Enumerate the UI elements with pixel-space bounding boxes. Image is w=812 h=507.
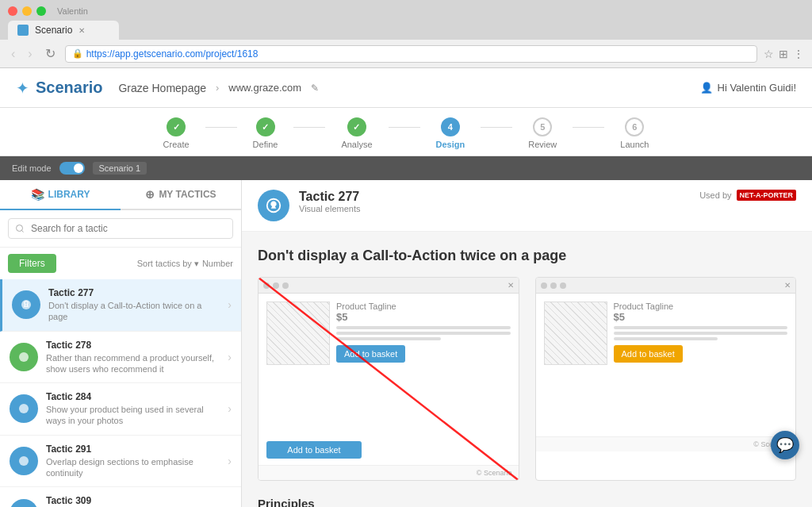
step-circle-review: 5 [533, 117, 552, 136]
tab-library[interactable]: 📚 LIBRARY [0, 180, 121, 210]
tactic-info-309: Tactic 309 Offer a way to leave function… [46, 495, 220, 507]
address-text: https://app.getscenario.com/project/1618 [86, 48, 259, 60]
wf-btn-good[interactable]: Add to basket [614, 345, 683, 363]
wf-dot-1 [263, 282, 270, 289]
back-button[interactable]: ‹ [8, 45, 18, 63]
edit-mode-toggle[interactable] [59, 162, 85, 175]
wf-body-bad: Product Tagline $5 Add to basket [259, 294, 519, 436]
extensions-icon[interactable]: ⊞ [779, 48, 788, 60]
detail-tactic-number: Tactic 277 [299, 190, 360, 204]
used-by-logo: NET-A-PORTER [737, 190, 797, 201]
forward-button[interactable]: › [25, 45, 35, 63]
minimize-dot[interactable] [22, 6, 32, 16]
sort-label: Sort tactics by ▾ Number [137, 259, 233, 269]
tactic-item-277[interactable]: Tactic 277 Don't display a Call-to-Actio… [0, 279, 241, 332]
tactic-icon-278 [10, 343, 38, 371]
step-launch[interactable]: 6 Launch [588, 117, 680, 149]
tactic-info-278: Tactic 278 Rather than recommend a produ… [46, 340, 220, 375]
step-circle-launch: 6 [625, 117, 644, 136]
tactic-name-309: Tactic 309 [46, 495, 220, 506]
chevron-icon-291: › [228, 455, 232, 467]
search-input[interactable] [8, 218, 233, 239]
maximize-dot[interactable] [36, 6, 46, 16]
close-dot[interactable] [8, 6, 17, 16]
toggle-knob [74, 163, 83, 173]
logo-area: ✦ Scenario Graze Homepage › www.graze.co… [16, 79, 319, 98]
tab-my-tactics[interactable]: ⊕ MY TACTICS [121, 180, 241, 209]
wf-browser-good: ✕ [536, 278, 796, 294]
traffic-lights: Valentin [8, 6, 804, 16]
tactic-icon-277 [12, 290, 40, 319]
wf-line-2 [336, 332, 511, 335]
browser-chrome: Valentin Scenario ✕ [0, 0, 812, 40]
tab-close-icon[interactable]: ✕ [79, 26, 85, 35]
wf-line-6 [614, 337, 718, 340]
wf-browser-bad: ✕ [259, 278, 519, 294]
step-label-define: Define [253, 140, 278, 149]
tactic-item-278[interactable]: Tactic 278 Rather than recommend a produ… [0, 332, 241, 384]
tab-library-label: LIBRARY [48, 189, 90, 200]
edit-icon[interactable]: ✎ [311, 83, 319, 94]
edit-mode-label: Edit mode [12, 163, 52, 173]
wf-details-good: Product Tagline $5 Add to basket [614, 302, 788, 428]
wf-footer-bad: © Scenario [259, 465, 519, 480]
my-tactics-icon: ⊕ [145, 188, 155, 201]
user-info: 👤 Hi Valentin Guidi! [700, 82, 796, 94]
refresh-button[interactable]: ↻ [42, 44, 59, 63]
step-label-launch: Launch [620, 140, 649, 149]
wf-line-3 [336, 337, 441, 340]
step-review[interactable]: 5 Review [496, 117, 588, 149]
browser-nav: ‹ › ↻ 🔒 https://app.getscenario.com/proj… [0, 40, 812, 68]
wf-btn-bad-1[interactable]: Add to basket [336, 345, 405, 363]
wf-price-bad: $5 [336, 311, 511, 323]
detail-brain-icon [265, 197, 282, 214]
wf-watermark: © Scenario [477, 469, 512, 477]
tactic-info-277: Tactic 277 Don't display a Call-to-Actio… [48, 287, 220, 323]
tactic-item-284[interactable]: Tactic 284 Show your product being used … [0, 383, 241, 436]
tactic-icon-284 [10, 394, 38, 423]
step-circle-create: ✓ [167, 117, 186, 136]
tactic-list: Tactic 277 Don't display a Call-to-Actio… [0, 279, 241, 507]
wf-body-good: Product Tagline $5 Add to basket [536, 294, 796, 436]
tactic-name-277: Tactic 277 [48, 287, 220, 298]
wf-dot-5 [550, 282, 557, 289]
step-define[interactable]: ✓ Define [221, 117, 310, 149]
tactic-item-309[interactable]: Tactic 309 Offer a way to leave function… [0, 487, 241, 507]
menu-icon[interactable]: ⋮ [793, 48, 804, 60]
tactic-item-291[interactable]: Tactic 291 Overlap design sections to em… [0, 436, 241, 488]
scenario-selector[interactable]: Scenario 1 [93, 162, 147, 175]
wf-tagline-bad: Product Tagline [336, 302, 511, 311]
tactic-name-291: Tactic 291 [46, 444, 220, 455]
wf-btn-bad-2[interactable]: Add to basket [266, 441, 362, 459]
app-header: ✦ Scenario Graze Homepage › www.graze.co… [0, 68, 812, 108]
chevron-icon-278: › [228, 351, 232, 363]
step-label-design: Design [436, 140, 465, 149]
user-greeting: Hi Valentin Guidi! [718, 82, 796, 94]
website-link[interactable]: www.graze.com [228, 82, 301, 94]
filter-button[interactable]: Filters [8, 254, 56, 273]
step-label-analyse: Analyse [341, 140, 372, 149]
favicon-icon [17, 25, 29, 36]
star-icon[interactable]: ☆ [764, 48, 774, 60]
step-label-review: Review [528, 140, 557, 149]
user-label: Valentin [57, 6, 88, 16]
wireframe-good: ✕ Product Tagline $5 Add to b [535, 277, 797, 481]
nav-actions: ☆ ⊞ ⋮ [764, 48, 804, 60]
wf-line-1 [336, 326, 511, 329]
address-bar[interactable]: 🔒 https://app.getscenario.com/project/16… [65, 45, 757, 63]
detail-title-area: Tactic 277 Visual elements [299, 190, 360, 213]
lock-icon: 🔒 [72, 48, 83, 59]
wf-second-btn-area: Add to basket [259, 436, 519, 465]
step-create[interactable]: ✓ Create [132, 117, 221, 149]
sidebar-controls: Filters Sort tactics by ▾ Number [0, 248, 241, 279]
chat-bubble[interactable]: 💬 [771, 431, 799, 459]
step-design[interactable]: 4 Design [404, 117, 497, 149]
wf-tagline-good: Product Tagline [614, 302, 788, 311]
sidebar-tabs: 📚 LIBRARY ⊕ MY TACTICS [0, 180, 241, 210]
tactic-info-284: Tactic 284 Show your product being used … [46, 391, 220, 427]
step-label-create: Create [163, 140, 190, 149]
tactic-info-291: Tactic 291 Overlap design sections to em… [46, 444, 220, 479]
browser-tab[interactable]: Scenario ✕ [8, 21, 119, 40]
detail-content: Don't display a Call-to-Action twice on … [242, 232, 812, 507]
step-analyse[interactable]: ✓ Analyse [309, 117, 404, 149]
